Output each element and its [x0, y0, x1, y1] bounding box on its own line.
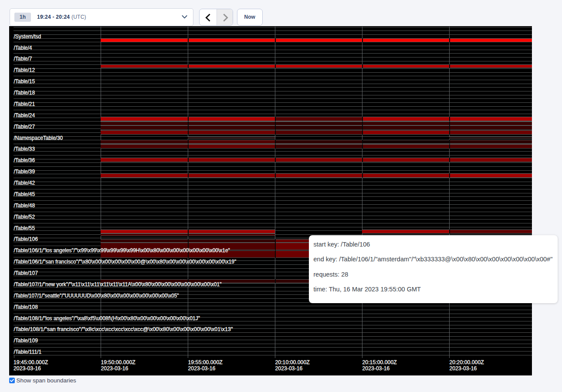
svg-text:/Table/45: /Table/45	[14, 191, 35, 197]
svg-text:2023-03-16: 2023-03-16	[450, 365, 477, 372]
svg-text:/Table/42: /Table/42	[14, 180, 35, 186]
svg-text:/Table/21: /Table/21	[14, 101, 35, 107]
svg-text:/Table/108/1/"san francisco"/": /Table/108/1/"san francisco"/"\x8c\xcc\x…	[14, 326, 233, 332]
svg-text:/Table/107: /Table/107	[14, 270, 38, 276]
svg-text:20:15:00.000Z: 20:15:00.000Z	[362, 359, 397, 365]
svg-text:2023-03-16: 2023-03-16	[101, 365, 129, 372]
svg-text:/Table/12: /Table/12	[14, 67, 35, 73]
svg-text:/Table/106/1/"san francisco"/": /Table/106/1/"san francisco"/"\x80\x00\x…	[14, 259, 237, 265]
svg-text:/System/tsd: /System/tsd	[14, 34, 41, 40]
svg-text:/Table/111/1: /Table/111/1	[14, 349, 42, 355]
svg-text:/Table/33: /Table/33	[14, 146, 35, 152]
svg-text:/Table/107/1/"new york"/"\x11\: /Table/107/1/"new york"/"\x11\x11\x11\x1…	[14, 281, 222, 287]
svg-text:/Table/18: /Table/18	[14, 90, 35, 96]
svg-text:/Table/7: /Table/7	[14, 56, 32, 62]
svg-text:/Table/52: /Table/52	[14, 214, 35, 220]
svg-text:/Table/36: /Table/36	[14, 157, 35, 163]
svg-text:2023-03-16: 2023-03-16	[188, 365, 216, 372]
svg-text:2023-03-16: 2023-03-16	[362, 365, 390, 372]
svg-text:/Table/24: /Table/24	[14, 112, 35, 118]
svg-text:/Table/48: /Table/48	[14, 203, 35, 209]
svg-text:2023-03-16: 2023-03-16	[275, 365, 303, 372]
svg-text:19:50:00.000Z: 19:50:00.000Z	[101, 359, 136, 365]
svg-text:/Table/39: /Table/39	[14, 169, 35, 175]
svg-text:2023-03-16: 2023-03-16	[14, 365, 41, 372]
svg-text:/NamespaceTable/30: /NamespaceTable/30	[14, 135, 63, 141]
svg-text:/Table/4: /Table/4	[14, 45, 32, 51]
svg-text:19:55:00.000Z: 19:55:00.000Z	[188, 359, 223, 365]
svg-text:/Table/107/1/"seattle"/"UUUUUU: /Table/107/1/"seattle"/"UUUUUUD\x00\x80\…	[14, 293, 179, 299]
svg-text:/Table/27: /Table/27	[14, 124, 35, 130]
svg-text:/Table/55: /Table/55	[14, 225, 35, 231]
svg-text:/Table/108/1/"los angeles"/"\x: /Table/108/1/"los angeles"/"\xa8\xf5\u00…	[14, 315, 200, 321]
svg-text:/Table/109: /Table/109	[14, 338, 38, 344]
svg-text:20:20:00.000Z: 20:20:00.000Z	[450, 359, 484, 365]
svg-text:/Table/15: /Table/15	[14, 78, 35, 84]
svg-text:/Table/106/1/"los angeles"/"\x: /Table/106/1/"los angeles"/"\x99\x99\x99…	[14, 247, 230, 253]
svg-text:19:45:00.000Z: 19:45:00.000Z	[14, 359, 48, 365]
svg-text:/Table/108: /Table/108	[14, 304, 38, 310]
svg-text:/Table/106: /Table/106	[14, 236, 38, 242]
svg-text:20:10:00.000Z: 20:10:00.000Z	[275, 359, 310, 365]
